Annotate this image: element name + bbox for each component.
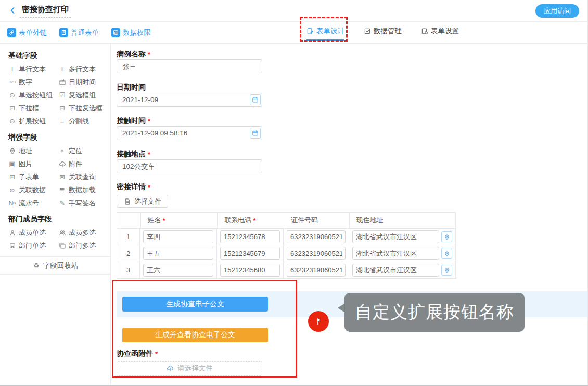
palette-field-item[interactable]: ≡ 分割线	[58, 115, 108, 128]
table-body: 1 2	[117, 229, 455, 279]
cloud-upload-icon	[166, 365, 174, 372]
tab[interactable]: 数据管理	[363, 27, 402, 41]
field-type-icon	[8, 147, 16, 155]
field-label: 密接详情	[117, 182, 146, 192]
palette-field-item[interactable]: ≣ 数据加载	[58, 183, 108, 196]
page-title[interactable]: 密接协查打印	[20, 4, 71, 18]
back-button[interactable]	[8, 6, 20, 16]
address-input[interactable]	[352, 264, 439, 277]
row-index: 2	[117, 245, 140, 262]
field-label: 协查函附件	[117, 349, 153, 358]
palette-field-item[interactable]: 123 数字	[8, 76, 58, 89]
field-type-icon: ≣	[58, 186, 66, 194]
palette-field-item[interactable]: 部门多选	[58, 239, 108, 252]
palette-field-item[interactable]: 成员单选	[8, 226, 58, 239]
palette-field-item[interactable]: ▣ 图片	[8, 157, 58, 170]
upload-placeholder: 请选择文件	[177, 364, 213, 373]
palette-section-title: 部门成员字段	[8, 215, 110, 224]
phone-input[interactable]	[220, 230, 280, 243]
annotation-marker	[308, 311, 329, 332]
location-pin-icon[interactable]	[441, 265, 452, 276]
phone-input[interactable]	[220, 264, 280, 277]
field-type-label: 成员多选	[69, 228, 96, 238]
select-file-button[interactable]: 选择文件	[117, 195, 168, 208]
palette-field-item[interactable]: ⌖ 定位	[58, 144, 108, 157]
field-type-icon: ⊙	[8, 91, 16, 99]
id-number-input[interactable]	[287, 230, 346, 243]
field-type-label: 附件	[69, 159, 82, 169]
field-label-row: 日期时间 *	[117, 82, 587, 93]
field-type-label: 数字	[19, 78, 32, 87]
palette-field-item[interactable]: ⊟ 下拉复选框	[58, 102, 108, 115]
palette-field-item[interactable]: I 单行文本	[8, 63, 58, 76]
field-type-label: 关联查询	[69, 172, 96, 182]
toolbar-link[interactable]: 表单外链	[7, 28, 47, 38]
app-access-button[interactable]: 应用访问	[535, 4, 579, 18]
required-asterisk: *	[148, 151, 150, 158]
palette-field-item[interactable]: 部门单选	[8, 239, 58, 252]
palette-field-item[interactable]: ∞ 关联数据	[8, 183, 58, 196]
case-name-input[interactable]	[117, 59, 262, 73]
palette-field-item[interactable]: ⊠ 关联查询	[58, 170, 108, 183]
field-type-label: 子表单	[19, 172, 39, 182]
attachment-upload-area[interactable]: 请选择文件	[117, 361, 262, 376]
id-number-input[interactable]	[287, 247, 346, 260]
address-input[interactable]	[352, 247, 439, 260]
location-pin-icon[interactable]	[441, 248, 452, 259]
table-header-row: 姓名 * 联系电话 * 证件号码 * 现住地址 *	[117, 213, 455, 229]
field-recycle-bin[interactable]: ♻ 字段回收站	[0, 256, 110, 275]
palette-field-item[interactable]: 日期时间	[58, 76, 108, 89]
tab-label: 数据管理	[374, 27, 402, 36]
palette-field-item[interactable]: № 流水号	[8, 196, 58, 209]
field-label: 日期时间	[117, 83, 146, 92]
calendar-icon[interactable]	[250, 94, 261, 105]
toolbar-link-label: 数据权限	[123, 28, 151, 38]
generate-document-button[interactable]: 生成协查电子公文	[122, 297, 268, 312]
name-input[interactable]	[143, 230, 213, 243]
calendar-icon[interactable]	[250, 128, 261, 139]
table-row: 2	[117, 245, 455, 262]
contact-place-input[interactable]	[117, 159, 262, 173]
palette-field-item[interactable]: 地址	[8, 144, 58, 157]
name-input[interactable]	[143, 247, 213, 260]
tab[interactable]: 表单设置	[420, 27, 459, 41]
recycle-icon: ♻	[32, 262, 40, 269]
tab[interactable]: 表单设计	[306, 27, 344, 41]
palette-field-item[interactable]: ✎ 手写签名	[58, 196, 108, 209]
date-input[interactable]	[117, 93, 262, 107]
location-pin-icon[interactable]	[441, 231, 452, 242]
palette-field-item[interactable]: ⊙ 单选按钮组	[8, 89, 58, 102]
tab-label: 表单设置	[431, 27, 459, 36]
toolbar-link[interactable]: 普通表单	[59, 28, 99, 38]
id-number-input[interactable]	[287, 264, 346, 277]
palette-field-item[interactable]: ⊞ 子表单	[8, 170, 58, 183]
field-label-row: 协查函附件 *	[117, 348, 587, 359]
toolbar-link[interactable]: 数据权限	[111, 28, 151, 38]
palette-field-item[interactable]: ⊡ 下拉框	[8, 102, 58, 115]
generate-and-view-document-button[interactable]: 生成并查看协查电子公文	[122, 328, 268, 342]
address-input[interactable]	[352, 230, 439, 243]
palette-enhanced: 地址 ⌖ 定位 ▣ 图片 附件	[8, 144, 110, 209]
chevron-left-icon	[8, 7, 16, 15]
row-index: 1	[117, 229, 140, 245]
column-header-label: 联系电话	[224, 216, 251, 225]
palette-field-item[interactable]: ☑ 复选框组	[58, 89, 108, 102]
name-input[interactable]	[143, 264, 213, 277]
field-type-label: 单行文本	[19, 65, 46, 74]
main-area: 基础字段 I 单行文本 T 多行文本 123 数字	[0, 44, 587, 385]
palette-field-item[interactable]: 附件	[58, 157, 108, 170]
field-type-icon: №	[8, 199, 16, 207]
phone-input[interactable]	[220, 247, 280, 260]
field-type-label: 手写签名	[69, 198, 96, 208]
palette-field-item[interactable]: T 多行文本	[58, 63, 108, 76]
contact-time-input[interactable]	[117, 126, 262, 140]
form-canvas: 病例名称 * 日期时间 * 接触时间 * 接触地点 *	[111, 44, 587, 385]
palette-field-item[interactable]: 成员多选	[58, 226, 108, 239]
row-index: 3	[117, 262, 140, 278]
field-type-icon	[8, 242, 16, 250]
palette-field-item[interactable]: ⊖ 扩展按钮	[8, 115, 58, 128]
field-type-icon: ≡	[58, 117, 66, 125]
recycle-label: 字段回收站	[43, 261, 79, 270]
field-type-label: 复选框组	[69, 91, 96, 100]
field-type-icon: ⊠	[58, 173, 66, 181]
